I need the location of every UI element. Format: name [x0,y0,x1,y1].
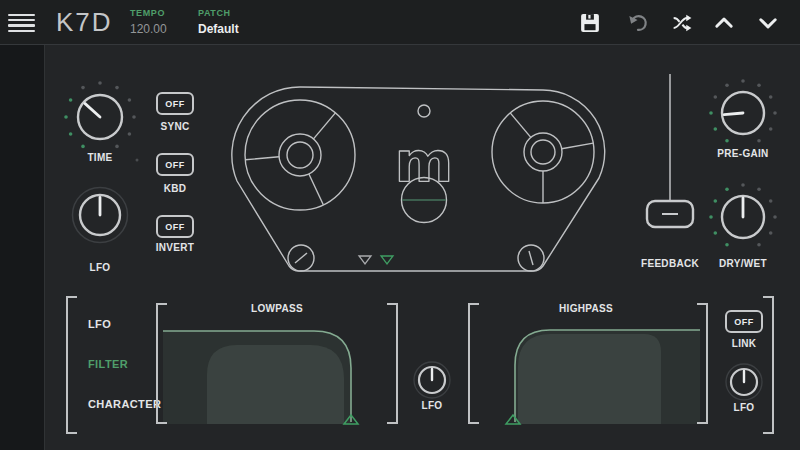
lowpass-title: LOWPASS [251,303,303,314]
tab-filter[interactable]: FILTER [88,358,128,370]
highpass-title: HIGHPASS [559,303,613,314]
record-head-marker[interactable] [381,256,393,264]
highpass-lfo-label: LFO [734,402,755,413]
sync-toggle-button[interactable]: OFF [156,92,194,115]
drywet-label: DRY/WET [719,258,767,269]
sync-label: SYNC [161,121,190,132]
lowpass-bracket-left [156,303,167,424]
bottom-section-bracket-left [66,296,77,434]
highpass-curve-display[interactable] [506,330,700,424]
left-roller-icon [288,245,314,271]
bottom-section-bracket-right [763,296,774,434]
highpass-bracket-left [468,303,479,424]
invert-label: INVERT [156,242,194,253]
lowpass-lfo-knob[interactable] [414,362,450,398]
feedback-label: FEEDBACK [641,258,699,269]
lowpass-curve-display[interactable] [163,331,358,424]
lfo-label: LFO [90,262,111,273]
tab-character[interactable]: CHARACTER [88,398,161,410]
drywet-knob[interactable] [709,183,777,246]
lowpass-lfo-label: LFO [422,400,443,411]
invert-toggle-button[interactable]: OFF [156,215,194,238]
time-label: TIME [87,152,112,163]
feedback-slider[interactable] [647,74,693,227]
kbd-toggle-button[interactable]: OFF [156,153,194,176]
right-reel[interactable] [492,101,594,203]
svg-text:m: m [395,129,453,194]
time-knob[interactable] [64,81,136,148]
play-head-marker[interactable] [359,256,371,264]
tab-lfo[interactable]: LFO [88,318,111,330]
lowpass-bracket-right [387,303,398,424]
panel-artwork: m [0,0,800,450]
pregain-label: PRE-GAIN [717,148,768,159]
tick-dot [136,159,139,162]
link-label: LINK [732,338,757,349]
plugin-window: K7D TEMPO 120.00 PATCH Default [0,0,800,450]
kbd-label: KBD [164,183,187,194]
pregain-knob[interactable] [709,79,777,142]
brand-logo-icon: m [395,105,453,194]
time-lfo-knob[interactable] [73,188,128,243]
right-roller-icon [518,245,544,271]
highpass-lfo-knob[interactable] [726,364,762,400]
tape-reel-display: m [232,87,605,271]
left-reel[interactable] [245,100,355,210]
highpass-bracket-right [697,303,708,424]
link-toggle-button[interactable]: OFF [725,310,763,333]
